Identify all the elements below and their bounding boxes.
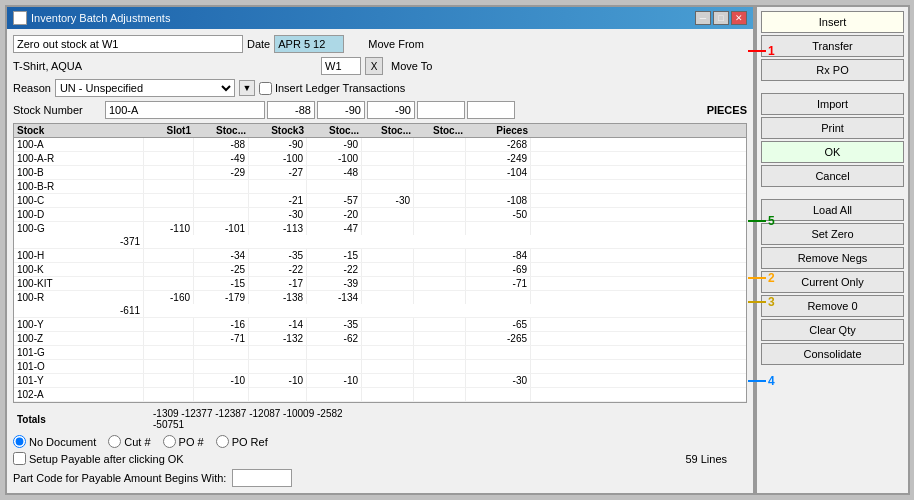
table-row[interactable]: 100-R-160-179-138-134-611 [14,291,746,318]
cancel-button[interactable]: Cancel [761,165,904,187]
title-bar: Inventory Batch Adjustments ─ □ ✕ [7,7,753,29]
bottom-row-1: Setup Payable after clicking OK 59 Lines [13,452,747,465]
table-body[interactable]: 100-A-88-90-90-268100-A-R-49-100-100-249… [14,138,746,402]
remove-negs-button[interactable]: Remove Negs [761,247,904,269]
load-all-button[interactable]: Load All [761,199,904,221]
radio-po-ref-input[interactable] [216,435,229,448]
setup-payable-label: Setup Payable after clicking OK [13,452,184,465]
title-bar-left: Inventory Batch Adjustments [13,11,170,25]
table-row[interactable]: 100-C-21-57-30-108 [14,194,746,208]
table-row[interactable]: 100-Y-16-14-35-65 [14,318,746,332]
stock-col3-input[interactable] [367,101,415,119]
data-table: Stock Slot1 Stoc... Stock3 Stoc... Stoc.… [13,123,747,403]
description-input[interactable] [13,35,243,53]
radio-po-num-input[interactable] [163,435,176,448]
reason-select[interactable]: UN - Unspecified [55,79,235,97]
totals-label: Totals [17,414,147,425]
totals-values: -1309 -12377 -12387 -12087 -10009 -2582 … [153,408,343,430]
col-slot1: Slot1 [144,124,194,137]
arrow-5: 5 [748,214,775,228]
stock-col5-input[interactable] [467,101,515,119]
insert-button[interactable]: Insert [761,11,904,33]
table-row[interactable]: 100-Z-71-132-62-265 [14,332,746,346]
warehouse-input[interactable] [321,57,361,75]
window-icon [13,11,27,25]
minimize-button[interactable]: ─ [695,11,711,25]
import-button[interactable]: Import [761,93,904,115]
window-title: Inventory Batch Adjustments [31,12,170,24]
product-name: T-Shirt, AQUA [13,60,243,72]
radio-row: No Document Cut # PO # PO Ref [13,435,747,448]
setup-payable-checkbox[interactable] [13,452,26,465]
arrow-2: 2 [748,271,775,285]
right-panel: Insert Transfer Rx PO Import Print OK Ca… [755,5,910,495]
maximize-button[interactable]: □ [713,11,729,25]
rxpo-button[interactable]: Rx PO [761,59,904,81]
arrow-2-label: 2 [768,271,775,285]
table-row[interactable]: 101-Y-10-10-10-30 [14,374,746,388]
main-window: Inventory Batch Adjustments ─ □ ✕ Date M… [5,5,755,495]
arrow-3-label: 3 [768,295,775,309]
table-row[interactable]: 100-B-R [14,180,746,194]
table-row[interactable]: 100-A-88-90-90-268 [14,138,746,152]
stock-number-row: Stock Number PIECES [13,101,747,119]
stock-col1-input[interactable] [267,101,315,119]
consolidate-button[interactable]: Consolidate [761,343,904,365]
table-row[interactable]: 102-A [14,388,746,402]
close-button[interactable]: ✕ [731,11,747,25]
print-button[interactable]: Print [761,117,904,139]
reason-label: Reason [13,82,51,94]
stock-number-label: Stock Number [13,104,103,116]
radio-cut-num-input[interactable] [108,435,121,448]
x-button[interactable]: X [365,57,383,75]
transfer-button[interactable]: Transfer [761,35,904,57]
title-controls: ─ □ ✕ [695,11,747,25]
reason-row: Reason UN - Unspecified ▼ Insert Ledger … [13,79,747,97]
radio-cut-num: Cut # [108,435,150,448]
radio-po-ref: PO Ref [216,435,268,448]
part-code-label: Part Code for Payable Amount Begins With… [13,472,226,484]
arrow-4-label: 4 [768,374,775,388]
reason-dropdown-button[interactable]: ▼ [239,80,255,96]
product-row: T-Shirt, AQUA X Move To [13,57,747,75]
stock-col4-input[interactable] [417,101,465,119]
arrow-5-label: 5 [768,214,775,228]
arrow-1-label: 1 [768,44,775,58]
col-stoc4: Stoc... [307,124,362,137]
col-stoc2: Stoc... [194,124,249,137]
current-only-button[interactable]: Current Only [761,271,904,293]
table-row[interactable]: 100-G-110-101-113-47-371 [14,222,746,249]
insert-ledger-label: Insert Ledger Transactions [259,82,405,95]
date-label: Date [247,38,270,50]
table-row[interactable]: 100-K-25-22-22-69 [14,263,746,277]
insert-ledger-checkbox[interactable] [259,82,272,95]
totals-line1: -1309 -12377 -12387 -12087 -10009 -2582 [153,408,343,419]
arrow-3: 3 [748,295,775,309]
part-code-input[interactable] [232,469,292,487]
table-row[interactable]: 100-B-29-27-48-104 [14,166,746,180]
stock-col2-input[interactable] [317,101,365,119]
stock-number-input[interactable] [105,101,265,119]
table-row[interactable]: 100-KIT-15-17-39-71 [14,277,746,291]
table-row[interactable]: 101-O [14,360,746,374]
lines-value: 59 Lines [685,453,727,465]
set-zero-button[interactable]: Set Zero [761,223,904,245]
date-input[interactable] [274,35,344,53]
radio-no-document-input[interactable] [13,435,26,448]
totals-line2: -50751 [153,419,343,430]
arrow-4: 4 [748,374,775,388]
col-pieces: Pieces [466,124,531,137]
remove-zero-button[interactable]: Remove 0 [761,295,904,317]
clear-qty-button[interactable]: Clear Qty [761,319,904,341]
table-row[interactable]: 100-A-R-49-100-100-249 [14,152,746,166]
table-row[interactable]: 100-D-30-20-50 [14,208,746,222]
table-header: Stock Slot1 Stoc... Stock3 Stoc... Stoc.… [14,124,746,138]
col-stoc5: Stoc... [362,124,414,137]
move-from-label: Move From [368,38,424,50]
arrow-1: 1 [748,44,775,58]
pieces-label: PIECES [707,104,747,116]
table-row[interactable]: 100-H-34-35-15-84 [14,249,746,263]
description-row: Date Move From [13,35,747,53]
table-row[interactable]: 101-G [14,346,746,360]
ok-button[interactable]: OK [761,141,904,163]
